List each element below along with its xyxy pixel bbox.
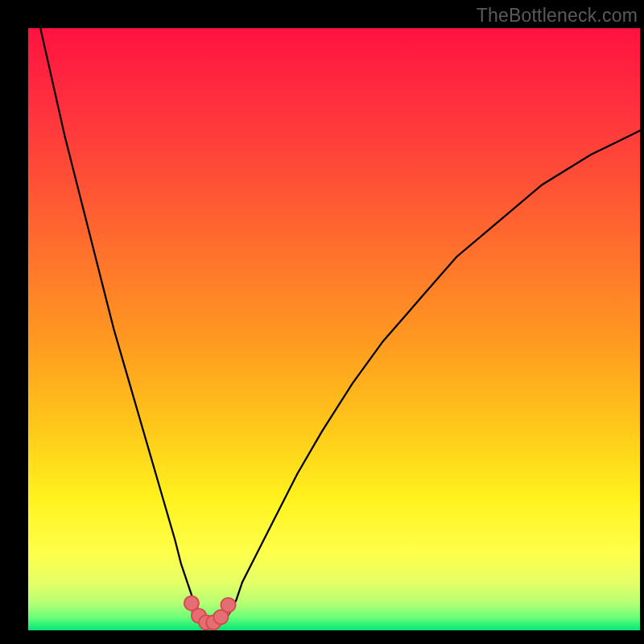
curve-left-branch — [40, 28, 200, 621]
watermark-text: TheBottleneck.com — [477, 5, 638, 27]
bottleneck-marker-group — [184, 596, 236, 630]
curve-right-branch — [224, 130, 640, 621]
plot-area — [28, 28, 640, 630]
bottleneck-marker — [221, 598, 235, 613]
chart-svg — [28, 28, 640, 630]
figure-frame: TheBottleneck.com — [0, 0, 644, 644]
